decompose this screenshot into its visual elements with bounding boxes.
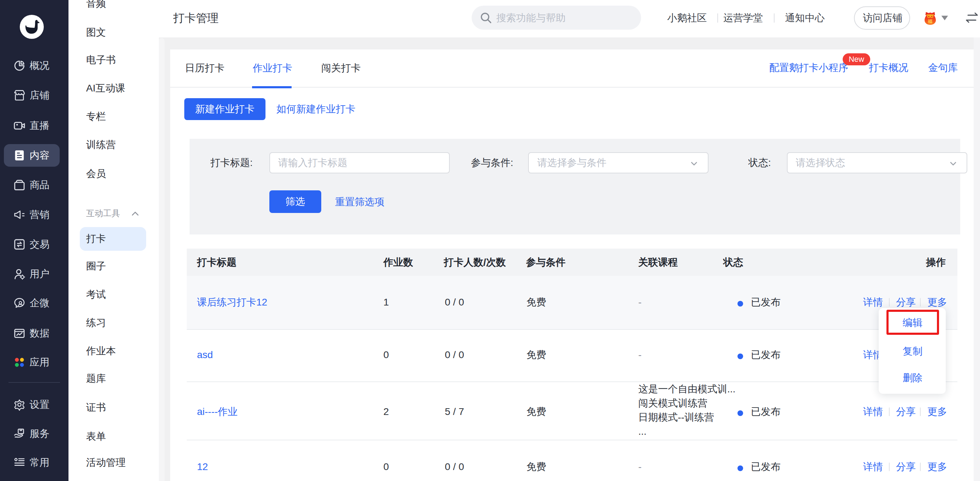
svg-text:福: 福 xyxy=(928,19,933,24)
